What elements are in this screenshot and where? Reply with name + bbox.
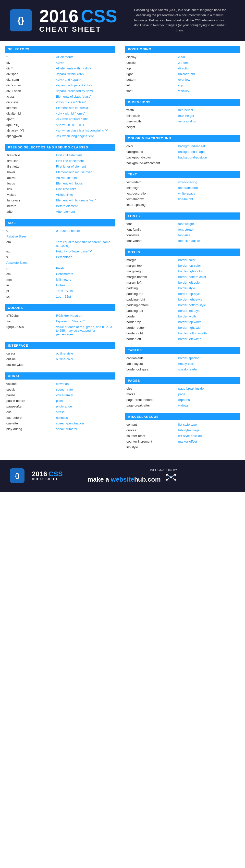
positioning-section: POSITIONING displayclearpositionz-indext… bbox=[125, 45, 240, 94]
prop-name: :first-line bbox=[5, 158, 55, 164]
table-row: :linkUnvisited links bbox=[5, 186, 115, 192]
table-row: borderborder-width bbox=[125, 314, 240, 319]
prop-name: page-break-before bbox=[125, 397, 177, 403]
prop-name: text-indent bbox=[125, 179, 177, 185]
table-row: max-widthvertical-align bbox=[125, 119, 240, 124]
table-row: :afterAfter element bbox=[5, 209, 115, 214]
table-row: background-attachment bbox=[125, 160, 240, 166]
prop-desc bbox=[55, 362, 115, 368]
prop-desc: speech-punctuation bbox=[55, 421, 115, 426]
prop-name: float bbox=[125, 88, 177, 94]
table-row: a[lang|='en']<a> when lang begins "en" bbox=[5, 133, 115, 139]
table-row: .classElements of class "class" bbox=[5, 94, 115, 99]
prop-name: cue bbox=[5, 409, 55, 415]
table-row: margin-rightborder-right-color bbox=[125, 269, 240, 274]
dimensions-table: widthmin-heightmin-widthmax-heightmax-wi… bbox=[125, 107, 240, 130]
prop-desc: pitch bbox=[55, 398, 115, 404]
prop-desc: border-bottom-width bbox=[177, 331, 240, 336]
table-row: Relative Sizes bbox=[5, 234, 115, 239]
prop-name: max-width bbox=[125, 119, 177, 124]
prop-name: quotes bbox=[125, 427, 177, 433]
header-year: 2016 bbox=[39, 7, 78, 25]
selectors-title: SELECTORS bbox=[5, 45, 115, 53]
prop-name: #789abc bbox=[5, 313, 55, 318]
prop-name: volume bbox=[5, 381, 55, 386]
prop-desc: <a> with attribute "attr" bbox=[55, 116, 115, 122]
table-row: div<div> bbox=[5, 60, 115, 65]
prop-desc: border-spacing bbox=[177, 355, 240, 361]
table-row: letter-spacing bbox=[125, 202, 240, 208]
table-row: div span<span> within <div> bbox=[5, 71, 115, 77]
prop-name: border-left bbox=[125, 336, 177, 342]
prop-name: rgb(0,25,50) bbox=[5, 324, 55, 337]
prop-name: cursor bbox=[5, 350, 55, 356]
size-section: SIZE 0 0 requires no unit Relative Sizes… bbox=[5, 219, 115, 299]
table-row: padding-leftborder-left-style bbox=[125, 308, 240, 314]
prop-name: color bbox=[125, 143, 177, 149]
prop-name: padding-bottom bbox=[125, 302, 177, 308]
infographic-by: INFOGRAPHIC BY bbox=[88, 468, 177, 472]
prop-name: speak bbox=[5, 386, 55, 392]
prop-desc: 1pt = 1/72in bbox=[55, 288, 115, 294]
prop-name: div * bbox=[5, 65, 55, 71]
footer-logo-icon: {} bbox=[15, 472, 20, 479]
prop-desc: After element bbox=[55, 209, 115, 214]
prop-desc: Pixels bbox=[55, 266, 115, 271]
relative-label: Relative Sizes bbox=[5, 234, 115, 239]
prop-name: pause-after bbox=[5, 404, 55, 409]
positioning-table: displayclearpositionz-indextopdirectionr… bbox=[125, 54, 240, 94]
prop-name: cue-before bbox=[5, 415, 55, 421]
prop-desc: border-top-style bbox=[177, 291, 240, 297]
prop-desc: z-index bbox=[177, 60, 240, 65]
table-row: counter-resetlist-style-position bbox=[125, 433, 240, 439]
text-section: TEXT text-indentword-spacingtext-alignte… bbox=[125, 171, 240, 208]
table-row: cm Centimeters bbox=[5, 271, 115, 277]
table-row: margin-bottomborder-bottom-color bbox=[125, 274, 240, 280]
svg-line-6 bbox=[171, 475, 175, 477]
prop-name: outline bbox=[5, 356, 55, 362]
prop-name: div > span bbox=[5, 83, 55, 88]
prop-name: size bbox=[125, 386, 177, 391]
prop-desc: direction bbox=[177, 65, 240, 71]
prop-name: text-decoration bbox=[125, 191, 177, 196]
table-row: :activeActive element bbox=[5, 175, 115, 181]
prop-desc: font-size bbox=[177, 232, 240, 238]
table-row: rightunicode-bidi bbox=[125, 71, 240, 77]
prop-name: ex bbox=[5, 249, 55, 254]
prop-name: :first-child bbox=[5, 152, 55, 158]
prop-name: text-align bbox=[125, 185, 177, 191]
prop-name: :link bbox=[5, 186, 55, 192]
prop-desc: max-height bbox=[177, 113, 240, 119]
prop-desc: Unvisited links bbox=[55, 186, 115, 192]
prop-name: play-during bbox=[5, 426, 55, 432]
table-row: text-shadowline-height bbox=[125, 196, 240, 202]
table-row: :first-letterFirst letter of element bbox=[5, 164, 115, 169]
prop-name: right bbox=[125, 71, 177, 77]
prop-desc: <a> when "attr" is "x" bbox=[55, 122, 115, 128]
prop-name: background-attachment bbox=[125, 160, 177, 166]
prop-desc: background-position bbox=[177, 155, 240, 160]
prop-desc: empty-cells bbox=[177, 361, 240, 367]
prop-desc: orphans bbox=[177, 397, 240, 403]
table-row: px Pixels bbox=[5, 266, 115, 271]
table-row: play-duringspeak-numeral bbox=[5, 426, 115, 432]
prop-name: border-collapse bbox=[125, 367, 177, 372]
prop-desc: First child element bbox=[55, 152, 115, 158]
table-row: :first-childFirst child element bbox=[5, 152, 115, 158]
prop-name: #acf bbox=[5, 318, 55, 324]
table-row: cuestress bbox=[5, 409, 115, 415]
table-row: div.class<div> of class "class" bbox=[5, 99, 115, 105]
prop-name: list-style bbox=[125, 444, 177, 450]
table-row: padding-rightborder-right-style bbox=[125, 297, 240, 302]
right-column: POSITIONING displayclearpositionz-indext… bbox=[120, 41, 245, 460]
prop-name: % bbox=[5, 254, 55, 260]
prop-desc: border-left-width bbox=[177, 336, 240, 342]
prop-name: letter-spacing bbox=[125, 202, 177, 208]
prop-name: pc bbox=[5, 294, 55, 299]
pages-section: PAGES sizepage-break-insidemarkspagepage… bbox=[125, 377, 240, 408]
prop-desc: list-style-image bbox=[177, 427, 240, 433]
prop-name: padding bbox=[125, 285, 177, 291]
boxes-section: BOXES marginborder-colormargin-topborder… bbox=[125, 249, 240, 342]
svg-line-5 bbox=[167, 475, 171, 477]
table-row: displayclear bbox=[125, 54, 240, 60]
